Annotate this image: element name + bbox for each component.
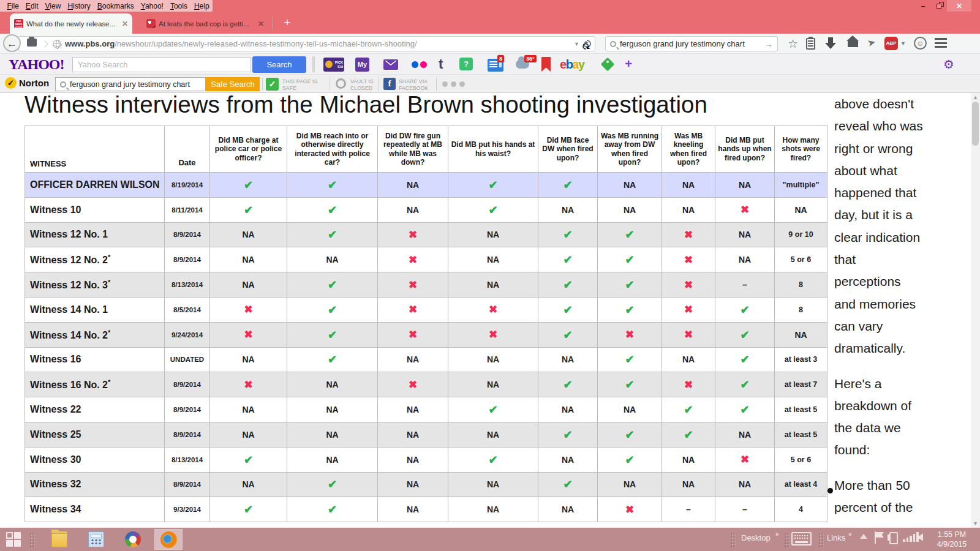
yahoo-pickem-icon[interactable]: PICK 'EM xyxy=(323,58,344,72)
dash-cell: – xyxy=(715,497,775,522)
norton-search-value[interactable]: ferguson grand jury testimony chart xyxy=(70,80,190,89)
reload-icon[interactable]: ⟳ xyxy=(581,38,592,49)
dash-cell: – xyxy=(662,497,715,522)
adblock-dropdown-icon[interactable]: ▼ xyxy=(900,40,906,47)
scrollbar-track[interactable] xyxy=(971,93,980,528)
firefox-taskbar-button[interactable] xyxy=(154,529,183,550)
col-header: Did MB charge at police car or police of… xyxy=(210,126,287,173)
norton-brand: Norton xyxy=(19,78,49,88)
interview-date: 8/9/2014 xyxy=(165,397,210,422)
yahoo-logo[interactable]: YAHOO! xyxy=(9,56,64,73)
check-icon: ✔ xyxy=(662,397,715,422)
menu-history[interactable]: History xyxy=(64,2,94,10)
menu-file[interactable]: File xyxy=(4,2,22,10)
yahoo-answers-icon[interactable]: ? xyxy=(459,58,473,70)
flickr-icon-pink[interactable] xyxy=(420,61,427,68)
url-text[interactable]: www.pbs.org/newshour/updates/newly-relea… xyxy=(65,39,570,48)
yahoo-my-icon[interactable]: My xyxy=(355,58,369,72)
start-button[interactable] xyxy=(6,532,22,547)
tab-close-icon[interactable]: ✕ xyxy=(122,20,128,28)
tumblr-icon[interactable]: t xyxy=(439,56,443,72)
flickr-icon[interactable] xyxy=(412,61,418,68)
vault-label: VAULT ISCLOSED xyxy=(350,78,374,92)
taskbar-grip xyxy=(784,533,790,547)
vault-icon[interactable] xyxy=(336,78,346,89)
check-icon: ✔ xyxy=(598,447,662,472)
taskbar-clock[interactable]: 1:55 PM4/9/2015 xyxy=(929,530,975,549)
menu-yahoo[interactable]: Yahoo! xyxy=(137,2,167,10)
ebay-icon[interactable]: ebay xyxy=(560,58,584,72)
desktop-chevron[interactable]: » xyxy=(775,531,779,538)
table-row: Witness 308/13/2014✔NANA✔NA✔NA✖5 or 6 xyxy=(25,447,827,472)
check-icon: ✔ xyxy=(538,297,598,322)
na-cell: NA xyxy=(210,272,287,298)
norton-search-input[interactable]: ferguson grand jury testimony chart xyxy=(55,77,206,91)
page-safe-check-icon[interactable]: ✓ xyxy=(266,78,279,91)
search-icon[interactable] xyxy=(610,41,616,47)
feedback-smiley-icon[interactable]: ☺ xyxy=(914,37,927,50)
downloads-icon[interactable] xyxy=(828,37,833,43)
site-identity-icon[interactable] xyxy=(53,40,61,48)
interview-date: 8/19/2014 xyxy=(165,173,210,198)
scrollbar-thumb[interactable] xyxy=(972,102,979,146)
interview-date: 9/3/2014 xyxy=(165,497,210,522)
na-cell: NA xyxy=(378,447,448,472)
menu-bookmarks[interactable]: Bookmarks xyxy=(94,2,137,10)
url-dropdown-icon[interactable]: ▼ xyxy=(574,41,579,47)
sidebar-line: the data we xyxy=(834,417,951,439)
yahoo-settings-gear-icon[interactable]: ⚙ xyxy=(943,57,954,72)
safe-search-button[interactable]: Safe Search xyxy=(206,77,260,91)
file-explorer-icon[interactable] xyxy=(51,531,67,547)
browser-search-bar[interactable]: ferguson grand jury testimony chart → xyxy=(605,36,778,51)
yahoo-add-icon[interactable]: + xyxy=(625,56,632,71)
adblock-plus-icon[interactable]: ABP xyxy=(884,37,898,50)
na-cell: NA xyxy=(448,497,538,522)
back-button[interactable]: ← xyxy=(3,34,21,52)
links-chevron[interactable]: » xyxy=(848,531,852,538)
na-cell: NA xyxy=(448,272,538,298)
remove-device-icon[interactable] xyxy=(889,532,898,544)
picasa-icon[interactable] xyxy=(125,531,141,547)
yahoo-search-button[interactable]: Search xyxy=(252,56,306,73)
na-cell: NA xyxy=(775,322,827,347)
search-input-value[interactable]: ferguson grand jury testimony chart xyxy=(620,39,761,48)
menu-help[interactable]: Help xyxy=(190,2,213,10)
answer-cell: 5 or 6 xyxy=(775,247,827,272)
links-toolbar-label[interactable]: Links xyxy=(827,533,845,542)
scroll-down-arrow[interactable]: ▼ xyxy=(973,520,978,527)
answer-cell: at least 3 xyxy=(775,347,827,372)
calculator-icon[interactable] xyxy=(88,531,104,547)
menu-view[interactable]: View xyxy=(42,2,64,10)
yahoo-search-input[interactable]: Yahoo Search xyxy=(72,57,251,72)
tab-active[interactable]: PBS NEWS HOUR What do the newly release.… xyxy=(10,13,132,34)
home-icon[interactable]: ⌂ xyxy=(848,41,858,47)
new-tab-button[interactable]: + xyxy=(279,15,295,31)
search-go-icon[interactable]: → xyxy=(764,39,773,49)
norton-more-dots-icon[interactable] xyxy=(442,81,465,87)
x-icon: ✖ xyxy=(210,322,287,347)
interview-date: UNDATED xyxy=(165,347,210,372)
menu-hamburger-icon[interactable] xyxy=(935,38,947,48)
bookmark-star-icon[interactable]: ☆ xyxy=(788,37,798,51)
x-icon: ✖ xyxy=(662,272,715,298)
touch-keyboard-icon[interactable] xyxy=(791,532,812,545)
tray-expand-icon[interactable] xyxy=(860,534,867,539)
na-cell: NA xyxy=(715,247,775,272)
tab-inactive[interactable]: At leats the bad cop is getti... ✕ xyxy=(142,13,268,34)
tab-close-icon[interactable]: ✕ xyxy=(258,20,264,28)
scroll-up-arrow[interactable]: ▲ xyxy=(973,94,978,100)
x-icon: ✖ xyxy=(210,297,287,322)
recent-pages-icon[interactable] xyxy=(27,39,37,47)
na-cell: NA xyxy=(378,347,448,372)
facebook-icon[interactable]: f xyxy=(383,78,396,90)
network-signal-icon[interactable] xyxy=(903,532,918,542)
x-icon: ✖ xyxy=(378,322,448,347)
menu-edit[interactable]: Edit xyxy=(22,2,42,10)
yahoo-mail-icon[interactable] xyxy=(383,59,398,70)
url-bar[interactable]: www.pbs.org/newshour/updates/newly-relea… xyxy=(18,36,595,51)
desktop-toolbar-label[interactable]: Desktop xyxy=(741,533,771,542)
menu-tools[interactable]: Tools xyxy=(167,2,190,10)
reading-list-icon[interactable] xyxy=(806,38,815,50)
interview-date: 8/9/2014 xyxy=(165,222,210,247)
sidebar-line: about what xyxy=(834,160,951,182)
